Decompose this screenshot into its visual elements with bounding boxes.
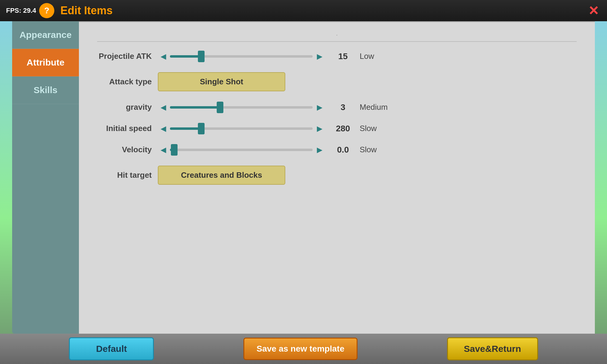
save-return-button[interactable]: Save&Return bbox=[447, 337, 538, 360]
fill-gravity bbox=[170, 106, 220, 109]
dropdown-hit-target[interactable]: Creatures and Blocks bbox=[158, 166, 285, 185]
slider-velocity: ◀ ▶ bbox=[158, 144, 325, 155]
dropdown-attack-type[interactable]: Single Shot bbox=[158, 72, 285, 91]
grade-velocity: Slow bbox=[360, 145, 390, 154]
fps-display: FPS: 29.4 bbox=[6, 7, 36, 15]
row-velocity: Velocity ◀ ▶ 0.0 Slow bbox=[97, 144, 577, 155]
bottom-bar: Default Save as new template Save&Return bbox=[0, 334, 607, 364]
value-initial-speed: 280 bbox=[329, 124, 357, 133]
slider-left-velocity[interactable]: ◀ bbox=[158, 144, 168, 155]
track-velocity[interactable] bbox=[170, 149, 313, 151]
grade-projectile-atk: Low bbox=[360, 52, 390, 61]
label-hit-target: Hit target bbox=[97, 170, 158, 180]
default-button[interactable]: Default bbox=[69, 337, 154, 360]
label-attack-type: Attack type bbox=[97, 77, 158, 86]
label-gravity: gravity bbox=[97, 103, 158, 112]
sidebar-item-attribute[interactable]: Attribute bbox=[12, 49, 79, 76]
track-projectile-atk[interactable] bbox=[170, 55, 313, 58]
row-gravity: gravity ◀ ▶ 3 Medium bbox=[97, 102, 577, 113]
value-gravity: 3 bbox=[329, 103, 357, 112]
slider-left-initial-speed[interactable]: ◀ bbox=[158, 123, 168, 134]
header-bar: FPS: 29.4 ? Edit Items ✕ bbox=[0, 0, 607, 21]
slider-right-projectile-atk[interactable]: ▶ bbox=[314, 51, 325, 62]
fill-initial-speed bbox=[170, 127, 201, 130]
value-velocity: 0.0 bbox=[329, 145, 357, 155]
sidebar-item-appearance[interactable]: Appearance bbox=[12, 21, 79, 49]
slider-projectile-atk: ◀ ▶ bbox=[158, 51, 325, 62]
grade-initial-speed: Slow bbox=[360, 124, 390, 133]
thumb-velocity[interactable] bbox=[171, 144, 178, 156]
divider bbox=[97, 41, 577, 42]
slider-right-velocity[interactable]: ▶ bbox=[314, 144, 325, 155]
label-initial-speed: Initial speed bbox=[97, 124, 158, 133]
row-attack-type: Attack type Single Shot bbox=[97, 72, 577, 91]
row-hit-target: Hit target Creatures and Blocks bbox=[97, 166, 577, 185]
slider-right-initial-speed[interactable]: ▶ bbox=[314, 123, 325, 134]
slider-initial-speed: ◀ ▶ bbox=[158, 123, 325, 134]
slider-right-gravity[interactable]: ▶ bbox=[314, 102, 325, 113]
track-initial-speed[interactable] bbox=[170, 127, 313, 130]
page-title: Edit Items bbox=[60, 4, 586, 17]
slider-left-projectile-atk[interactable]: ◀ bbox=[158, 51, 168, 62]
save-template-button[interactable]: Save as new template bbox=[243, 338, 357, 360]
help-icon[interactable]: ? bbox=[39, 3, 54, 18]
sidebar-item-skills[interactable]: Skills bbox=[12, 76, 79, 104]
slider-gravity: ◀ ▶ bbox=[158, 102, 325, 113]
grade-gravity: Medium bbox=[360, 103, 390, 112]
close-button[interactable]: ✕ bbox=[586, 3, 601, 18]
content-area: · Projectile ATK ◀ ▶ 15 Low Attack type … bbox=[79, 21, 595, 334]
value-projectile-atk: 15 bbox=[329, 52, 357, 61]
thumb-gravity[interactable] bbox=[217, 102, 223, 113]
label-velocity: Velocity bbox=[97, 145, 158, 154]
main-panel: Appearance Attribute Skills · Projectile… bbox=[12, 21, 595, 334]
thumb-initial-speed[interactable] bbox=[198, 123, 205, 134]
row-initial-speed: Initial speed ◀ ▶ 280 Slow bbox=[97, 123, 577, 134]
track-gravity[interactable] bbox=[170, 106, 313, 109]
fill-projectile-atk bbox=[170, 55, 201, 58]
slider-left-gravity[interactable]: ◀ bbox=[158, 102, 168, 113]
row-projectile-atk: Projectile ATK ◀ ▶ 15 Low bbox=[97, 51, 577, 62]
label-projectile-atk: Projectile ATK bbox=[97, 52, 158, 61]
separator-dot: · bbox=[97, 31, 577, 38]
thumb-projectile-atk[interactable] bbox=[198, 51, 205, 62]
sidebar: Appearance Attribute Skills bbox=[12, 21, 79, 334]
